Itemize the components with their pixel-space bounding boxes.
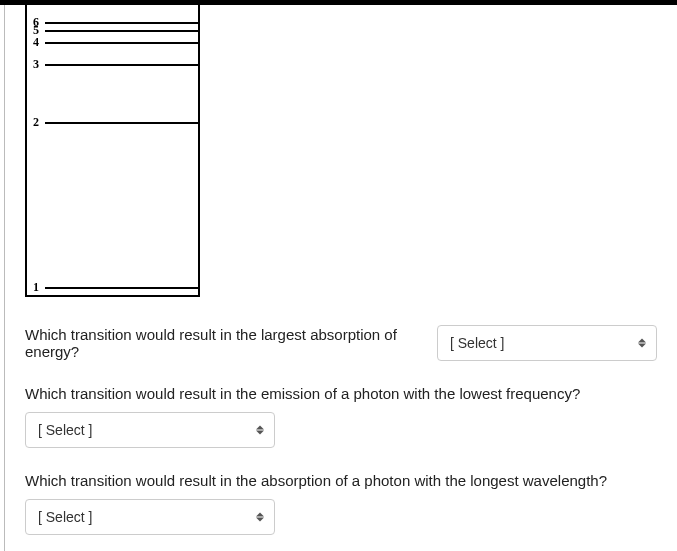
- select-placeholder: [ Select ]: [450, 335, 504, 351]
- select-placeholder: [ Select ]: [38, 422, 92, 438]
- level-line: [45, 64, 198, 66]
- energy-level-1: 1: [27, 280, 198, 295]
- energy-level-3: 3: [27, 57, 198, 72]
- question-3: Which transition would result in the abs…: [25, 472, 657, 535]
- level-label: 1: [27, 280, 45, 295]
- level-line: [45, 287, 198, 289]
- chevron-updown-icon: [256, 513, 264, 522]
- content-area: 6 5 4 3 2 1 Which transition would resul…: [4, 5, 677, 551]
- select-dropdown-q3[interactable]: [ Select ]: [25, 499, 275, 535]
- question-text: Which transition would result in the lar…: [25, 326, 429, 360]
- question-text: Which transition would result in the abs…: [25, 472, 607, 489]
- energy-level-2: 2: [27, 115, 198, 130]
- question-1: Which transition would result in the lar…: [25, 325, 657, 361]
- level-line: [45, 122, 198, 124]
- level-label: 4: [27, 35, 45, 50]
- energy-level-4: 4: [27, 35, 198, 50]
- select-dropdown-q1[interactable]: [ Select ]: [437, 325, 657, 361]
- energy-level-diagram: 6 5 4 3 2 1: [25, 5, 200, 297]
- chevron-updown-icon: [638, 339, 646, 348]
- select-dropdown-q2[interactable]: [ Select ]: [25, 412, 275, 448]
- level-line: [45, 30, 198, 32]
- level-line: [45, 42, 198, 44]
- chevron-updown-icon: [256, 426, 264, 435]
- select-placeholder: [ Select ]: [38, 509, 92, 525]
- question-text: Which transition would result in the emi…: [25, 385, 580, 402]
- level-label: 2: [27, 115, 45, 130]
- level-label: 3: [27, 57, 45, 72]
- question-2: Which transition would result in the emi…: [25, 385, 657, 448]
